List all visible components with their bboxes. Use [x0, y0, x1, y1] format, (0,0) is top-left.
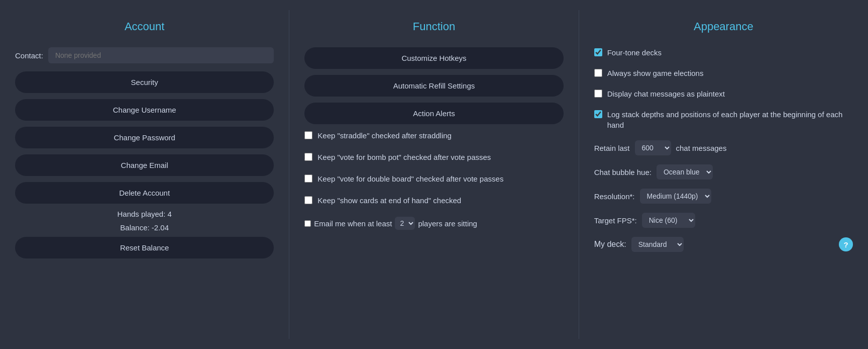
my-deck-select[interactable]: Standard Custom Four-color	[631, 237, 684, 252]
contact-label: Contact:	[15, 51, 43, 60]
chat-bubble-row: Chat bubble hue: Ocean blue Red Green Pu…	[594, 164, 853, 180]
change-email-button[interactable]: Change Email	[15, 154, 274, 176]
four-tone-decks-row[interactable]: Four-tone decks	[594, 47, 853, 58]
double-board-label: Keep "vote for double board" checked aft…	[317, 173, 503, 184]
change-password-button[interactable]: Change Password	[15, 127, 274, 148]
target-fps-select[interactable]: Nice (60) Low (30) High (120)	[642, 213, 695, 228]
double-board-checkbox-row[interactable]: Keep "vote for double board" checked aft…	[304, 173, 563, 184]
retain-last-label: Retain last	[594, 144, 630, 152]
contact-input[interactable]	[48, 47, 274, 63]
retain-last-select[interactable]: 600 100 200 300 400 500 700 800 900 1000	[635, 140, 671, 155]
security-button[interactable]: Security	[15, 71, 274, 93]
log-stack-depths-label: Log stack depths and positions of each p…	[607, 109, 853, 130]
email-row: Email me when at least 2 1 3 4 5 6 7 8 9…	[304, 217, 563, 230]
chat-bubble-select[interactable]: Ocean blue Red Green Purple Gold	[657, 164, 713, 180]
log-stack-depths-checkbox[interactable]	[594, 110, 602, 118]
chat-bubble-label: Chat bubble hue:	[594, 168, 652, 177]
reset-balance-button[interactable]: Reset Balance	[15, 237, 274, 258]
always-show-elections-row[interactable]: Always show game elections	[594, 68, 853, 78]
bomb-pot-checkbox[interactable]	[304, 153, 312, 161]
email-prefix: Email me when at least	[314, 219, 392, 228]
double-board-checkbox[interactable]	[304, 175, 312, 183]
function-column: Function Customize Hotkeys Automatic Ref…	[289, 10, 579, 339]
bomb-pot-checkbox-row[interactable]: Keep "vote for bomb pot" checked after v…	[304, 152, 563, 162]
resolution-label: Resolution*:	[594, 192, 635, 201]
bomb-pot-label: Keep "vote for bomb pot" checked after v…	[317, 152, 491, 162]
log-stack-depths-row[interactable]: Log stack depths and positions of each p…	[594, 109, 853, 130]
customize-hotkeys-button[interactable]: Customize Hotkeys	[304, 47, 563, 69]
always-show-elections-checkbox[interactable]	[594, 69, 602, 77]
straddle-checkbox-row[interactable]: Keep "straddle" checked after straddling	[304, 130, 563, 141]
function-title: Function	[304, 20, 563, 33]
display-chat-plaintext-label: Display chat messages as plaintext	[607, 89, 725, 99]
straddle-label: Keep "straddle" checked after straddling	[317, 130, 452, 141]
email-checkbox[interactable]	[304, 220, 311, 227]
always-show-elections-label: Always show game elections	[607, 68, 704, 78]
resolution-row: Resolution*: Medium (1440p) Low (720p) H…	[594, 189, 853, 204]
account-column: Account Contact: Security Change Usernam…	[0, 10, 289, 339]
resolution-select[interactable]: Medium (1440p) Low (720p) High (2160p)	[640, 189, 711, 204]
hands-played: Hands played: 4	[15, 210, 274, 218]
appearance-title: Appearance	[594, 20, 853, 33]
email-players-select[interactable]: 2 1 3 4 5 6 7 8 9	[395, 217, 415, 230]
retain-last-suffix: chat messages	[676, 144, 727, 152]
account-title: Account	[15, 20, 274, 33]
straddle-checkbox[interactable]	[304, 131, 312, 139]
show-cards-checkbox-row[interactable]: Keep "show cards at end of hand" checked	[304, 195, 563, 206]
my-deck-row: My deck: Standard Custom Four-color ?	[594, 237, 853, 252]
change-username-button[interactable]: Change Username	[15, 99, 274, 121]
action-alerts-button[interactable]: Action Alerts	[304, 103, 563, 124]
show-cards-checkbox[interactable]	[304, 196, 312, 204]
display-chat-plaintext-checkbox[interactable]	[594, 90, 602, 98]
display-chat-plaintext-row[interactable]: Display chat messages as plaintext	[594, 89, 853, 99]
email-suffix: players are sitting	[418, 219, 477, 228]
target-fps-row: Target FPS*: Nice (60) Low (30) High (12…	[594, 213, 853, 228]
help-button[interactable]: ?	[839, 237, 853, 251]
appearance-column: Appearance Four-tone decks Always show g…	[579, 10, 868, 339]
delete-account-button[interactable]: Delete Account	[15, 182, 274, 204]
show-cards-label: Keep "show cards at end of hand" checked	[317, 195, 461, 206]
automatic-refill-button[interactable]: Automatic Refill Settings	[304, 75, 563, 97]
retain-last-row: Retain last 600 100 200 300 400 500 700 …	[594, 140, 853, 155]
my-deck-label: My deck:	[594, 240, 626, 249]
balance: Balance: -2.04	[15, 223, 274, 232]
contact-row: Contact:	[15, 47, 274, 63]
target-fps-label: Target FPS*:	[594, 216, 637, 225]
four-tone-decks-checkbox[interactable]	[594, 48, 602, 56]
four-tone-decks-label: Four-tone decks	[607, 47, 662, 58]
